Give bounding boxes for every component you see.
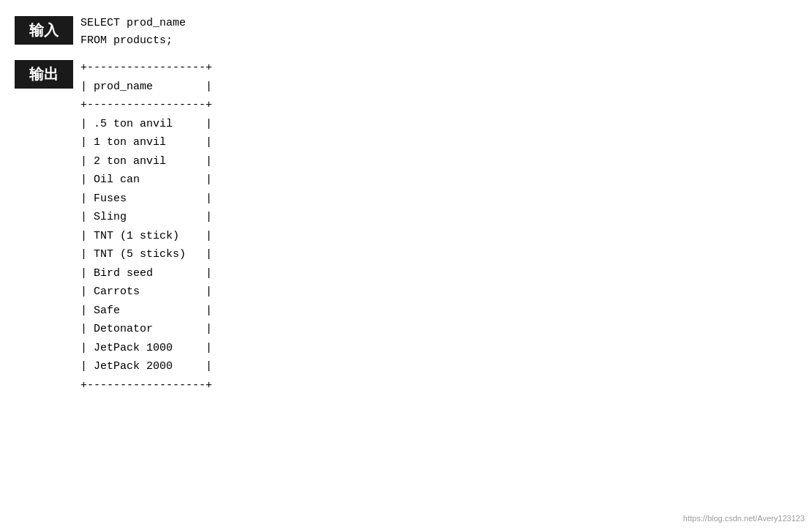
page-container: 输入 SELECT prod_name FROM products; 输出 +-… — [15, 15, 797, 395]
output-section: 输出 +------------------+ | prod_name | +-… — [15, 59, 797, 395]
input-section: 输入 SELECT prod_name FROM products; — [15, 15, 797, 50]
input-label: 输入 — [15, 16, 73, 45]
watermark: https://blog.csdn.net/Avery123123 — [683, 514, 805, 523]
output-table: +------------------+ | prod_name | +----… — [80, 59, 212, 395]
output-label: 输出 — [15, 60, 73, 89]
input-code: SELECT prod_name FROM products; — [80, 15, 186, 50]
